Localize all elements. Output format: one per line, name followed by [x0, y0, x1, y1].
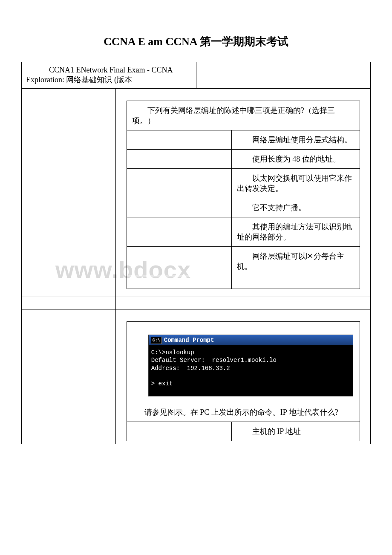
q1-opt-4: 其使用的编址方法可以识别地址的网络部分。: [231, 217, 360, 247]
sep-right: [116, 297, 370, 309]
q2-opt-blank-0: [127, 422, 231, 441]
q1-opt-blank-3: [127, 198, 231, 217]
q1-opt-1: 使用长度为 48 位的地址。: [231, 150, 360, 169]
q1-opt-5: 网络层编址可以区分每台主机。: [231, 247, 360, 276]
command-prompt-body: C:\>nslookup Default Server: resolver1.m…: [149, 345, 353, 396]
q2-question: 请参见图示。在 PC 上发出所示的命令。IP 地址代表什么?: [127, 403, 360, 422]
command-prompt-icon: C:\: [151, 337, 162, 344]
q1-container: 下列有关网络层编址的陈述中哪三项是正确的?（选择三项。） 网络层编址使用分层式结…: [116, 89, 370, 297]
page-title: CCNA E am CCNA 第一学期期末考试: [21, 34, 371, 49]
left-gutter-2: [22, 309, 116, 444]
q1-opt-blank-0: [127, 130, 231, 150]
q1-opt-blank-2: [127, 169, 231, 198]
q1-opt-2: 以太网交换机可以使用它来作出转发决定。: [231, 169, 360, 198]
q1-opt-blank-1: [127, 150, 231, 169]
exam-header-cell: CCNA1 ENetwork Final Exam - CCNA Explora…: [22, 62, 196, 89]
q1-spacer-r: [231, 276, 360, 289]
sep-left: [22, 297, 116, 309]
command-prompt-title-text: Command Prompt: [164, 336, 214, 344]
q2-inner-table: C:\ Command Prompt C:\>nslookup Default …: [127, 321, 360, 441]
q1-question: 下列有关网络层编址的陈述中哪三项是正确的?（选择三项。）: [127, 101, 360, 130]
q2-image-cell: C:\ Command Prompt C:\>nslookup Default …: [127, 322, 360, 422]
q1-opt-blank-4: [127, 217, 231, 247]
command-prompt-titlebar: C:\ Command Prompt: [149, 335, 353, 345]
q1-inner-table: 下列有关网络层编址的陈述中哪三项是正确的?（选择三项。） 网络层编址使用分层式结…: [127, 101, 360, 289]
q1-opt-blank-5: [127, 247, 231, 276]
q2-container: C:\ Command Prompt C:\>nslookup Default …: [116, 309, 370, 444]
q2-opt-0: 主机的 IP 地址: [231, 422, 360, 441]
q1-opt-3: 它不支持广播。: [231, 198, 360, 217]
q1-opt-0: 网络层编址使用分层式结构。: [231, 130, 360, 150]
left-gutter: [22, 89, 116, 297]
command-prompt-window: C:\ Command Prompt C:\>nslookup Default …: [148, 335, 353, 396]
exam-table: CCNA1 ENetwork Final Exam - CCNA Explora…: [21, 62, 371, 444]
q1-spacer-l: [127, 276, 231, 289]
empty-header-cell: [196, 62, 371, 89]
